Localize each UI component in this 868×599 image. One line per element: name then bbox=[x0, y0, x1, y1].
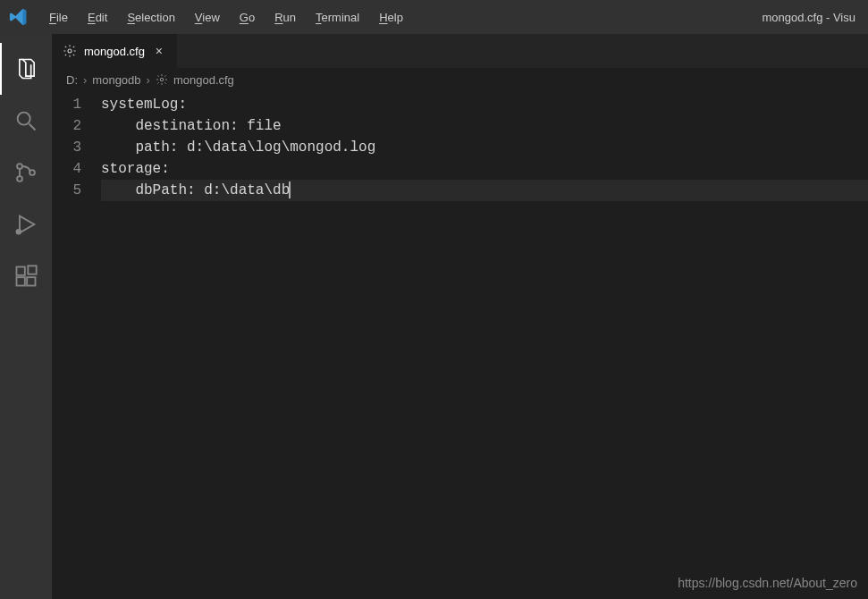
title-bar: File Edit Selection View Go Run Terminal… bbox=[0, 0, 868, 34]
line-number: 5 bbox=[52, 180, 81, 201]
source-control-icon[interactable] bbox=[0, 147, 52, 198]
run-debug-icon[interactable] bbox=[0, 198, 52, 250]
chevron-right-icon: › bbox=[147, 73, 150, 87]
menu-bar: File Edit Selection View Go Run Terminal… bbox=[41, 7, 411, 28]
breadcrumb-drive[interactable]: D: bbox=[66, 73, 78, 87]
menu-file[interactable]: File bbox=[41, 7, 76, 28]
code-line[interactable]: dbPath: d:\data\db bbox=[101, 180, 868, 201]
breadcrumb-file-label: mongod.cfg bbox=[173, 73, 234, 87]
line-number-gutter: 1 2 3 4 5 bbox=[52, 92, 101, 599]
code-editor[interactable]: 1 2 3 4 5 systemLog: destination: file p… bbox=[52, 92, 868, 599]
svg-rect-5 bbox=[17, 267, 25, 275]
extensions-icon[interactable] bbox=[0, 250, 52, 302]
menu-edit[interactable]: Edit bbox=[80, 7, 115, 28]
code-text: dbPath: d:\data\db bbox=[101, 182, 290, 198]
svg-rect-6 bbox=[17, 277, 25, 285]
window-title: mongod.cfg - Visu bbox=[411, 11, 859, 24]
chevron-right-icon: › bbox=[83, 73, 87, 87]
code-line[interactable]: destination: file bbox=[101, 115, 868, 137]
activity-bar bbox=[0, 34, 52, 599]
line-number: 2 bbox=[52, 115, 81, 137]
code-line[interactable]: systemLog: bbox=[101, 94, 868, 115]
breadcrumb-folder[interactable]: mongodb bbox=[92, 73, 140, 87]
breadcrumb-file[interactable]: mongod.cfg bbox=[156, 73, 234, 87]
editor-region: mongod.cfg × D: › mongodb › mongod.cfg 1… bbox=[52, 34, 868, 599]
menu-help[interactable]: Help bbox=[371, 7, 411, 28]
code-line[interactable]: path: d:\data\log\mongod.log bbox=[101, 137, 868, 158]
svg-rect-7 bbox=[27, 277, 35, 285]
code-content[interactable]: systemLog: destination: file path: d:\da… bbox=[101, 92, 868, 599]
breadcrumb[interactable]: D: › mongodb › mongod.cfg bbox=[52, 68, 868, 92]
svg-point-0 bbox=[18, 113, 30, 125]
menu-run[interactable]: Run bbox=[266, 7, 304, 28]
svg-point-10 bbox=[160, 78, 164, 81]
svg-point-4 bbox=[17, 230, 21, 234]
vscode-logo-icon bbox=[9, 7, 29, 27]
explorer-icon[interactable] bbox=[0, 43, 52, 95]
svg-point-1 bbox=[17, 164, 22, 169]
line-number: 1 bbox=[52, 94, 81, 115]
line-number: 4 bbox=[52, 158, 81, 180]
watermark-text: https://blog.csdn.net/About_zero bbox=[678, 576, 857, 590]
line-number: 3 bbox=[52, 137, 81, 158]
tabs-bar: mongod.cfg × bbox=[52, 34, 868, 68]
tab-label: mongod.cfg bbox=[84, 45, 145, 58]
tab-mongod-cfg[interactable]: mongod.cfg × bbox=[52, 34, 178, 68]
svg-point-2 bbox=[17, 176, 22, 181]
menu-view[interactable]: View bbox=[187, 7, 228, 28]
svg-point-9 bbox=[68, 49, 72, 53]
svg-rect-8 bbox=[28, 266, 36, 274]
main-area: mongod.cfg × D: › mongodb › mongod.cfg 1… bbox=[0, 34, 868, 599]
tab-close-icon[interactable]: × bbox=[152, 44, 166, 58]
search-icon[interactable] bbox=[0, 95, 52, 147]
menu-selection[interactable]: Selection bbox=[119, 7, 182, 28]
gear-icon bbox=[156, 73, 169, 87]
code-line[interactable]: storage: bbox=[101, 158, 868, 180]
menu-go[interactable]: Go bbox=[232, 7, 263, 28]
cursor-icon bbox=[289, 181, 291, 198]
menu-terminal[interactable]: Terminal bbox=[308, 7, 367, 28]
gear-icon bbox=[63, 44, 77, 58]
